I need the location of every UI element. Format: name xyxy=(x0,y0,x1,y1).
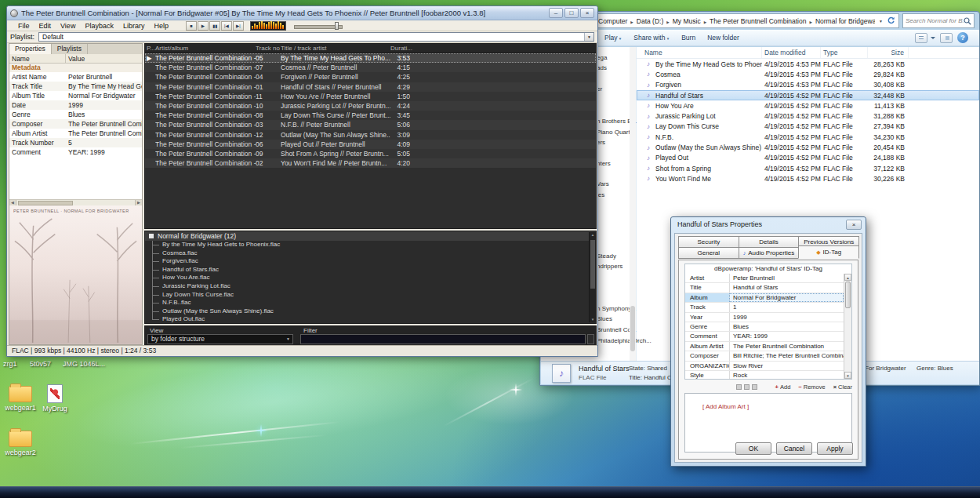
filter-input[interactable] xyxy=(300,334,586,344)
help-icon[interactable]: ? xyxy=(957,32,968,43)
file-row[interactable]: ♪ By the Time My Head Gets to Phoenix 4/… xyxy=(637,59,979,69)
tree-file-item[interactable]: Cosmea.flac xyxy=(145,249,596,258)
column-header-name[interactable]: Name xyxy=(637,47,762,58)
player-titlebar[interactable]: The Peter Bruntnell Combination - [Norma… xyxy=(7,6,597,20)
horizontal-scrollbar[interactable]: ◀ ▶ xyxy=(9,199,142,205)
playlist-track-row[interactable]: The Peter Bruntnell Combination - ... 01… xyxy=(145,82,596,92)
tree-file-item[interactable]: Played Out.flac xyxy=(145,315,596,324)
scrollbar-thumb[interactable] xyxy=(630,306,635,351)
tab-properties[interactable]: Properties xyxy=(9,44,52,54)
tag-field-row[interactable]: Composer Bill Ritchie; The Peter Bruntne… xyxy=(685,351,844,361)
filter-button[interactable] xyxy=(587,334,594,344)
toolbar-item[interactable]: New folder xyxy=(707,34,739,42)
tag-field-row[interactable]: Title Handful of Stars xyxy=(685,283,844,293)
scroll-down-icon[interactable]: ▼ xyxy=(844,372,851,379)
dialog-tab[interactable]: ♪Audio Properties xyxy=(739,247,800,259)
scroll-down-icon[interactable]: ▼ xyxy=(590,317,596,322)
dialog-tab[interactable]: Details xyxy=(739,236,800,248)
breadcrumb-segment[interactable]: Normal for Bridgewater xyxy=(814,17,875,25)
tag-value[interactable]: Peter Bruntnell xyxy=(729,274,844,282)
metadata-row[interactable]: Date 1999 xyxy=(9,100,142,110)
file-row[interactable]: ♪ Cosmea 4/19/2015 4:53 PM FLAC File 29,… xyxy=(637,69,979,79)
tree-file-item[interactable]: Handful of Stars.flac xyxy=(145,266,596,274)
metadata-row[interactable]: Genre Blues xyxy=(9,110,142,119)
metadata-row[interactable]: Track Number 5 xyxy=(9,138,142,147)
tag-field-row[interactable]: ORGANIZATION Slow River xyxy=(685,362,844,371)
menu-item[interactable]: Help xyxy=(149,22,173,30)
desktop-icon-label[interactable]: JMG 1046L... xyxy=(63,360,105,368)
desktop-icon-label[interactable]: 5t0v57 xyxy=(30,360,51,368)
ok-button[interactable]: OK xyxy=(735,442,771,455)
minimize-button[interactable]: – xyxy=(549,8,563,18)
breadcrumb-segment[interactable]: The Peter Bruntnell Combination xyxy=(708,17,814,25)
stop-button[interactable]: ■ xyxy=(186,21,197,31)
playlist-track-row[interactable]: The Peter Bruntnell Combination - ... 04… xyxy=(145,72,596,82)
file-row[interactable]: ♪ Jurassic Parking Lot 4/19/2015 4:52 PM… xyxy=(637,111,979,121)
column-header-date[interactable]: Date modified xyxy=(762,47,821,58)
menu-item[interactable]: View xyxy=(56,22,80,30)
cancel-button[interactable]: Cancel xyxy=(776,442,812,455)
tree-file-item[interactable]: By the Time My Head Gets to Phoenix.flac xyxy=(145,241,596,249)
menu-item[interactable]: File xyxy=(13,22,34,30)
menu-item[interactable]: Edit xyxy=(34,22,56,30)
tree-file-item[interactable]: Forgiven.flac xyxy=(145,257,596,266)
search-input[interactable]: Search Normal for B... xyxy=(902,13,975,28)
breadcrumb-segment[interactable]: Data (D:) xyxy=(635,17,671,25)
tag-value[interactable]: 1999 xyxy=(729,313,844,322)
change-view-icon[interactable] xyxy=(915,33,927,43)
close-button[interactable]: × xyxy=(580,8,594,18)
tag-value[interactable]: Blues xyxy=(729,322,844,331)
tag-field-row[interactable]: Album Artist The Peter Bruntnell Combina… xyxy=(685,342,844,351)
metadata-row[interactable]: Album Title Normal For Bridgwater xyxy=(9,91,142,100)
column-track-no[interactable]: Track no xyxy=(256,44,281,53)
file-row[interactable]: ♪ How You Are 4/19/2015 4:52 PM FLAC Fil… xyxy=(637,100,979,111)
tag-field-row[interactable]: Artist Peter Bruntnell xyxy=(685,274,844,283)
chevron-down-icon[interactable]: ▼ xyxy=(285,335,292,344)
dialog-tab[interactable]: ◆ID-Tag xyxy=(798,245,859,259)
sidebar-folder-fragment[interactable]: nters xyxy=(597,160,611,167)
tag-value[interactable]: Rock xyxy=(729,371,844,379)
playlist-track-row[interactable]: The Peter Bruntnell Combination - ... 09… xyxy=(145,149,596,158)
scrollbar-thumb[interactable] xyxy=(845,282,851,308)
playlist-track-row[interactable]: The Peter Bruntnell Combination - ... 02… xyxy=(145,158,596,168)
playlist-track-row[interactable]: The Peter Bruntnell Combination - ... 10… xyxy=(145,101,596,111)
file-row[interactable]: ♪ You Won't Find Me 4/19/2015 4:52 PM FL… xyxy=(637,173,979,184)
tree-file-item[interactable]: Lay Down This Curse.flac xyxy=(145,291,596,300)
sidebar-folder-fragment[interactable]: Vars xyxy=(597,180,609,187)
menu-item[interactable]: Library xyxy=(118,22,150,30)
tag-value[interactable]: YEAR: 1999 xyxy=(729,332,844,340)
sidebar-folder-fragment[interactable]: ega xyxy=(597,54,607,61)
column-artist-album[interactable]: Artist/album xyxy=(155,44,256,53)
previous-button[interactable]: |◀ xyxy=(221,21,232,31)
column-title[interactable]: Title / track artist xyxy=(281,44,390,53)
tag-field-row[interactable]: Style Rock xyxy=(685,371,844,379)
address-bar[interactable]: Computer Data (D:) My Music The Peter Br… xyxy=(581,13,899,28)
tag-value[interactable]: Bill Ritchie; The Peter Bruntnell Combin… xyxy=(729,351,844,360)
preview-pane-icon[interactable] xyxy=(940,33,953,43)
slider-thumb[interactable] xyxy=(335,22,339,30)
playlist-track-row[interactable]: The Peter Bruntnell Combination - ... 12… xyxy=(145,130,596,140)
metadata-row[interactable]: Artist Name Peter Bruntnell xyxy=(9,72,142,82)
file-row[interactable]: ♪ Shot from a Spring 4/19/2015 4:52 PM F… xyxy=(637,163,979,173)
play-button[interactable]: ▶ xyxy=(198,21,209,31)
breadcrumb-segment[interactable]: Computer xyxy=(597,17,635,25)
scrollbar-thumb[interactable] xyxy=(18,201,73,205)
tag-action-button[interactable]: +Add xyxy=(775,383,791,391)
playlist-track-row[interactable]: The Peter Bruntnell Combination - ... 11… xyxy=(145,92,596,101)
playlist-track-row[interactable]: The Peter Bruntnell Combination - ... 08… xyxy=(145,111,596,120)
scrollbar-thumb[interactable] xyxy=(590,240,595,289)
dialog-tab[interactable]: General xyxy=(678,247,739,259)
desktop-icon-webgear2[interactable]: webgear2 xyxy=(0,431,41,456)
tag-field-row[interactable]: Comment YEAR: 1999 xyxy=(685,332,844,341)
view-mode-select[interactable]: by folder structure ▼ xyxy=(147,334,293,344)
metadata-row[interactable]: Comment YEAR: 1999 xyxy=(9,147,142,157)
file-row[interactable]: ♪ Outlaw (May the Sun Always Shine) 4/19… xyxy=(637,142,979,152)
file-row[interactable]: ♪ Handful of Stars 4/19/2015 4:52 PM FLA… xyxy=(637,90,979,100)
tree-file-item[interactable]: Outlaw (May the Sun Always Shine).flac xyxy=(145,307,596,316)
menu-item[interactable]: Playback xyxy=(80,22,118,30)
playlist-track-row[interactable]: The Peter Bruntnell Combination - ... 07… xyxy=(145,63,596,72)
tree-file-item[interactable]: N.F.B..flac xyxy=(145,299,596,307)
sidebar-folder-fragment[interactable]: Blues xyxy=(597,315,612,322)
breadcrumb-segment[interactable]: My Music xyxy=(671,17,708,25)
taskbar[interactable] xyxy=(0,486,980,498)
